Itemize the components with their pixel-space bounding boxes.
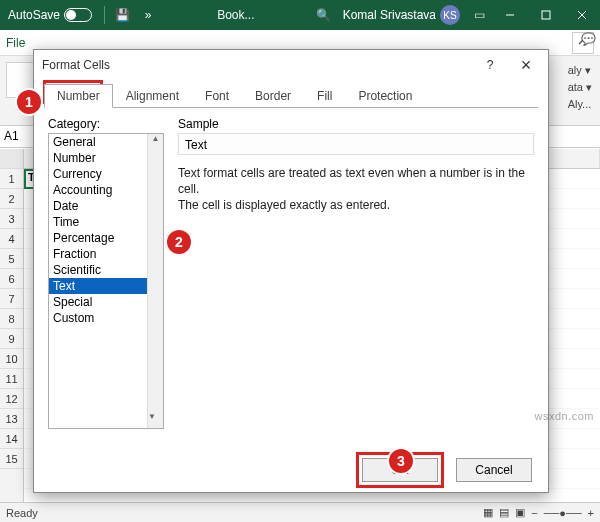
scroll-down-icon[interactable]: ▼ [148,412,156,428]
search-icon[interactable]: 🔍 [311,8,337,22]
analyze-group[interactable]: aly ▾ [566,62,594,79]
tab-fill[interactable]: Fill [304,84,345,108]
cat-number[interactable]: Number [49,150,163,166]
more-qat-icon[interactable]: » [135,8,161,22]
zoom-slider[interactable]: ──●── [544,507,582,519]
watermark: wsxdn.com [534,410,594,422]
paste-icon[interactable] [6,62,36,98]
category-list[interactable]: General Number Currency Accounting Date … [48,133,164,429]
category-scrollbar[interactable]: ▲ ▼ [147,134,163,428]
dialog-title: Format Cells [42,58,468,72]
titlebar: AutoSave 💾 » Book... 🔍 Komal Srivastava … [0,0,600,30]
autosave-label: AutoSave [8,8,60,22]
account-menu[interactable]: Komal Srivastava KS [337,5,466,25]
cat-accounting[interactable]: Accounting [49,182,163,198]
cat-time[interactable]: Time [49,214,163,230]
zoom-in-button[interactable]: + [588,507,594,519]
row-headers[interactable]: 123 456 789 101112 131415 [0,149,24,502]
dialog-help-button[interactable]: ? [476,51,504,79]
category-label: Category: [48,117,164,131]
tab-file[interactable]: File [6,36,25,50]
cat-currency[interactable]: Currency [49,166,163,182]
tab-number[interactable]: Number [44,84,113,108]
cat-general[interactable]: General [49,134,163,150]
status-ready: Ready [6,507,38,519]
toggle-icon [64,8,92,22]
tab-border[interactable]: Border [242,84,304,108]
tab-protection[interactable]: Protection [345,84,425,108]
minimize-button[interactable] [492,0,528,30]
cancel-button[interactable]: Cancel [456,458,532,482]
ribbon-right: aly ▾ ata ▾ Aly... [566,62,594,112]
view-normal-icon[interactable]: ▦ [483,506,493,519]
document-title: Book... [161,8,311,22]
autosave-toggle[interactable]: AutoSave [0,8,100,22]
sample-preview: Text [178,133,534,155]
save-icon[interactable]: 💾 [109,8,135,22]
statusbar: Ready ▦ ▤ ▣ − ──●── + [0,502,600,522]
view-pagebreak-icon[interactable]: ▣ [515,506,525,519]
cat-text[interactable]: Text [49,278,163,294]
zoom-out-button[interactable]: − [531,507,537,519]
tab-alignment[interactable]: Alignment [113,84,192,108]
cat-scientific[interactable]: Scientific [49,262,163,278]
dialog-close-button[interactable]: × [512,51,540,79]
format-cells-dialog: Format Cells ? × Number Alignment Font B… [33,49,549,493]
scroll-up-icon[interactable]: ▲ [148,134,163,150]
ribbon-display-icon[interactable]: ▭ [466,8,492,22]
avatar: KS [440,5,460,25]
maximize-button[interactable] [528,0,564,30]
svg-rect-1 [542,11,550,19]
dialog-buttons: OK Cancel [34,448,548,492]
cat-special[interactable]: Special [49,294,163,310]
cat-date[interactable]: Date [49,198,163,214]
dialog-tabs: Number Alignment Font Border Fill Protec… [34,80,548,108]
select-all-corner[interactable] [0,149,23,169]
cat-fraction[interactable]: Fraction [49,246,163,262]
dialog-titlebar: Format Cells ? × [34,50,548,80]
cat-percentage[interactable]: Percentage [49,230,163,246]
data-group[interactable]: ata ▾ [566,79,594,96]
sample-label: Sample [178,117,534,131]
comments-icon[interactable]: 💬 [581,32,596,46]
user-name: Komal Srivastava [343,8,436,22]
tab-font[interactable]: Font [192,84,242,108]
ok-button[interactable]: OK [362,458,438,482]
view-pagelayout-icon[interactable]: ▤ [499,506,509,519]
dialog-body: Category: General Number Currency Accoun… [34,109,548,448]
format-description: Text format cells are treated as text ev… [178,165,534,214]
cat-custom[interactable]: Custom [49,310,163,326]
ok-highlight: OK [356,452,444,488]
analysis-link[interactable]: Aly... [566,96,594,112]
close-button[interactable] [564,0,600,30]
